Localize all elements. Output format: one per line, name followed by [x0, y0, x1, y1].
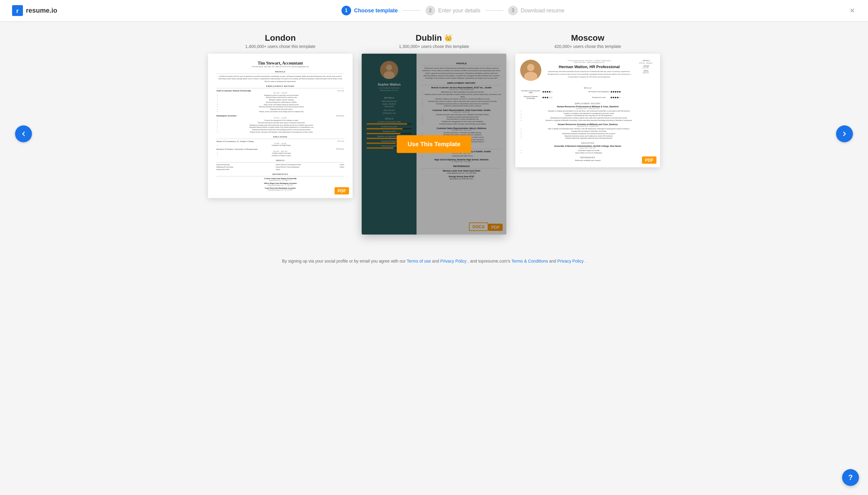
london-j1-b6: Performed financial risk assessments for… — [216, 106, 344, 108]
step-3-label: Download resume — [521, 7, 565, 14]
step-1-number: 1 — [342, 6, 351, 15]
london-employment-section: EMPLOYMENT HISTORY — [216, 85, 344, 88]
london-job-1-dates: Nov 283 — Sep 285 — [216, 92, 344, 94]
london-preview: Tim Stewart, Accountant 8 OGold Street, … — [208, 54, 353, 198]
moscow-summary: Experienced and self-motivated Human Res… — [546, 70, 632, 79]
step-3-number: 3 — [508, 6, 518, 15]
moscow-right-details: DETAILS 3790 De... Branford... PHONE (77… — [637, 60, 655, 81]
london-job-2-dates: Jul 28 0 — Jul 283 — [216, 117, 344, 119]
london-job-2-location: Philadelphia — [336, 115, 345, 117]
step-connector-1 — [403, 10, 421, 11]
chevron-right-icon — [841, 131, 848, 137]
dublin-header: Dublin 👑 1,300,000+ users chose this tem… — [362, 33, 506, 49]
london-skills-section: SKILLS — [216, 159, 344, 163]
london-title: London — [208, 33, 353, 43]
london-ref-1: LaAnne Gaines from Dubone Partnership lg… — [216, 177, 344, 181]
london-j1-b3: Managed complete expense reporting. — [216, 99, 344, 101]
moscow-references-text: References available upon request — [520, 159, 655, 161]
moscow-avatar-img — [520, 60, 541, 81]
dublin-preview: Use This Template Sophie Walton CUSTOM — [362, 54, 506, 235]
steps-nav: 1 Choose template 2 Enter your details 3… — [342, 6, 565, 15]
moscow-edu-1: Associate of Business Administration, No… — [520, 145, 655, 154]
london-job-2: Huntington Associates Philadelphia Jul 2… — [216, 115, 344, 133]
terms-conditions-link[interactable]: Terms & Conditions — [511, 259, 548, 263]
crown-icon: 👑 — [444, 34, 452, 42]
london-ref-3: Liam Olsen from Huntington Associates lo… — [216, 187, 344, 191]
moscow-references-section: References — [520, 156, 655, 158]
step-2: 2 Enter your details — [426, 6, 481, 15]
london-j2-b5: Remained professional and discreet when … — [216, 129, 344, 131]
step-3: 3 Download resume — [508, 6, 565, 15]
prev-arrow-button[interactable] — [15, 125, 32, 142]
logo-icon: r — [12, 5, 23, 16]
moscow-skills-grid: Excellent Communication Skills — [520, 90, 655, 100]
moscow-header: Moscow 420,000+ users chose this templat… — [515, 33, 660, 49]
template-card-london: London 1,400,000+ users chose this templ… — [208, 33, 353, 235]
london-j2-b2: Processed staff payroll and other main a… — [216, 122, 344, 124]
moscow-resume-inner: 74 Fountainhead Drive, Stamford, CT 0690… — [515, 54, 660, 167]
london-job-1: Staff Accountant, Dubone Partnership New… — [216, 89, 344, 113]
templates-container: London 1,400,000+ users chose this templ… — [18, 33, 850, 235]
london-j1-b2: Projected future trends based on analysi… — [216, 97, 344, 99]
dublin-users: 1,300,000+ users chose this template — [362, 44, 506, 49]
privacy-policy-1-link[interactable]: Privacy Policy — [440, 259, 467, 263]
template-card-moscow: Moscow 420,000+ users chose this templat… — [515, 33, 660, 235]
step-1-label: Choose template — [354, 7, 398, 14]
moscow-employment-section: Employment History — [520, 102, 655, 105]
moscow-education-section: Education — [520, 142, 655, 144]
main-content: London 1,400,000+ users chose this templ… — [0, 21, 868, 253]
moscow-job-2: Human Resources Assistant at Millbank an… — [520, 123, 655, 139]
london-j1-b5: Work closely with auditors during all au… — [216, 104, 344, 106]
moscow-right-address: 3790 De... Branford... — [637, 62, 655, 64]
step-2-number: 2 — [426, 6, 435, 15]
london-j2-b1: Oversaw the management of all company ac… — [216, 119, 344, 122]
london-job-1-title: Staff Accountant, Dubone Partnership — [216, 89, 251, 92]
footer-text5: . — [585, 259, 586, 263]
london-job-2-title: Huntington Associates — [216, 115, 237, 117]
london-job-1-location: New York — [337, 90, 344, 92]
step-1: 1 Choose template — [342, 6, 398, 15]
moscow-users: 420,000+ users chose this template — [515, 44, 660, 49]
help-button[interactable]: ? — [842, 469, 859, 486]
dublin-title: Dublin 👑 — [362, 33, 506, 43]
footer-text4: and — [549, 259, 556, 263]
moscow-pdf-badge: PDF — [642, 156, 656, 164]
use-template-button[interactable]: Use This Template — [397, 135, 471, 153]
moscow-skills-section: Skills — [520, 87, 655, 89]
svg-point-6 — [527, 64, 534, 71]
moscow-right-email: walton20... — [637, 72, 655, 73]
moscow-details-title: DETAILS — [637, 60, 655, 62]
moscow-title: Moscow — [515, 33, 660, 43]
chevron-left-icon — [20, 131, 27, 137]
london-j2-b6: Worked closely with junior staff members… — [216, 131, 344, 134]
footer-text3: , and topresume.com's — [468, 259, 510, 263]
london-references-section: REFERENCES — [216, 173, 344, 176]
moscow-preview: 74 Fountainhead Drive, Stamford, CT 0690… — [515, 54, 660, 167]
step-2-label: Enter your details — [438, 7, 481, 14]
london-header: London 1,400,000+ users chose this templ… — [208, 33, 353, 49]
footer: By signing up via your social profile or… — [0, 253, 868, 270]
terms-of-use-link[interactable]: Terms of use — [407, 259, 431, 263]
template-card-dublin: Dublin 👑 1,300,000+ users chose this tem… — [362, 33, 506, 235]
privacy-policy-2-link[interactable]: Privacy Policy — [557, 259, 584, 263]
moscow-contact-line2: (203) 706-2234 · walton2010@gmail.com — [546, 62, 632, 63]
london-skills-grid: Financial ReportingExpert Advanced Techn… — [216, 164, 344, 171]
london-j1-b8: Prepare, review, and submit crucial budg… — [216, 110, 344, 113]
moscow-resume-body: Skills Excellent Communication Skills — [520, 84, 655, 161]
london-j2-b3: Managed accounting teams and ensured tha… — [216, 124, 344, 126]
london-j1-b1: Managed accounts by analyzing costs and … — [216, 95, 344, 97]
london-j1-b7: Organized sales and profit reports. — [216, 108, 344, 110]
london-resume-inner: Tim Stewart, Accountant 8 OGold Street, … — [208, 54, 353, 198]
london-j2-b4: Explained financial matters to people ou… — [216, 126, 344, 129]
next-arrow-button[interactable] — [836, 125, 853, 142]
logo: r resume.io — [12, 5, 57, 16]
moscow-right-phone: (774) PR-... — [637, 67, 655, 69]
moscow-name: Herman Walton, HR Professional — [546, 65, 632, 69]
london-resume-contact: 8 OGold Street, New York, NY 1088, (917)… — [216, 66, 344, 68]
close-button[interactable]: × — [849, 4, 856, 17]
step-connector-2 — [485, 10, 503, 11]
london-users: 1,400,000+ users chose this template — [208, 44, 353, 49]
moscow-left-column: Skills Excellent Communication Skills — [520, 84, 655, 161]
footer-text2: and — [432, 259, 439, 263]
moscow-header-text: 74 Fountainhead Drive, Stamford, CT 0690… — [546, 60, 632, 81]
